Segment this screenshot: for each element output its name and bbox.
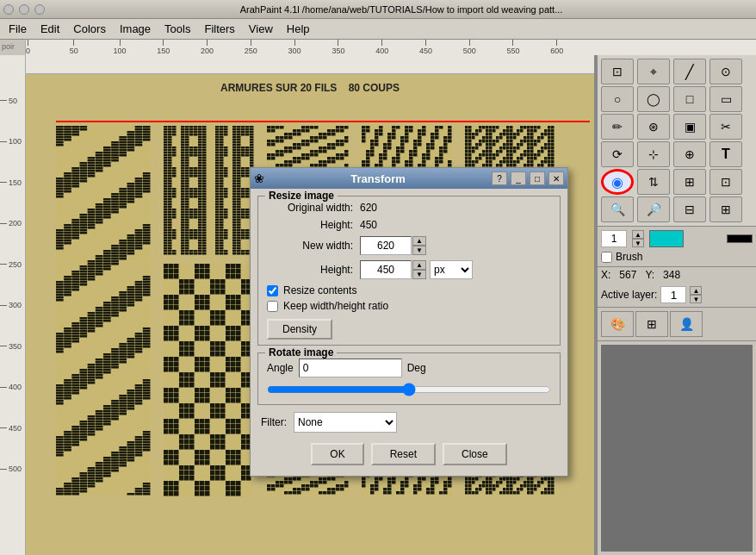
resize-contents-checkbox[interactable] bbox=[267, 285, 278, 296]
tool-pencil[interactable]: ✏ bbox=[601, 114, 634, 140]
close-button[interactable]: Close bbox=[443, 443, 507, 465]
menu-colors[interactable]: Colors bbox=[66, 21, 113, 37]
tool-grid3[interactable]: ⊟ bbox=[673, 196, 706, 222]
menu-help[interactable]: Help bbox=[280, 21, 317, 37]
tool-lasso[interactable]: ⌖ bbox=[637, 59, 670, 84]
layer-paint-btn[interactable]: 🎨 bbox=[601, 311, 634, 337]
menu-tools[interactable]: Tools bbox=[158, 21, 197, 37]
canvas-area: ARMURES SUR 20 FILS 80 COUPS ❀ Transform… bbox=[26, 55, 597, 555]
brush-label[interactable]: Brush bbox=[616, 251, 642, 263]
brush-number-spin: ▲ ▼ bbox=[632, 230, 644, 247]
deg-label: Deg bbox=[407, 362, 426, 374]
tool-line[interactable]: ╱ bbox=[673, 59, 706, 84]
tool-circle[interactable]: ◯ bbox=[637, 86, 670, 112]
resize-contents-label[interactable]: Resize contents bbox=[283, 284, 356, 296]
min-btn-title[interactable] bbox=[19, 4, 29, 15]
original-height-label: Height: bbox=[267, 219, 353, 231]
tool-grid[interactable]: ⊡ bbox=[601, 59, 634, 84]
new-width-spin-up[interactable]: ▲ bbox=[412, 236, 426, 246]
menubar: File Edit Colors Image Tools Filters Vie… bbox=[0, 19, 756, 40]
brush-spin-up[interactable]: ▲ bbox=[632, 230, 644, 239]
transform-dialog: ❀ Transform ? _ □ ✕ Resize image Origina… bbox=[250, 167, 568, 477]
angle-input[interactable] bbox=[299, 359, 402, 377]
layer-user-btn[interactable]: 👤 bbox=[670, 311, 703, 337]
new-width-label: New width: bbox=[267, 240, 353, 252]
dialog-close-btn[interactable]: ✕ bbox=[548, 171, 564, 185]
tool-zoom-in[interactable]: 🔍 bbox=[601, 196, 634, 222]
reset-button[interactable]: Reset bbox=[371, 443, 436, 465]
dialog-minimize-btn[interactable]: _ bbox=[511, 171, 526, 185]
tool-rotate[interactable]: ⟳ bbox=[601, 141, 634, 167]
tool-icons-grid: ⊡ ⌖ ╱ ⊙ ○ ◯ □ ▭ ✏ ⊛ ▣ ✂ ⟳ ⊹ ⊕ T ◉ ⇅ ⊞ ⊡ … bbox=[598, 55, 756, 227]
new-height-spin-up[interactable]: ▲ bbox=[412, 260, 426, 270]
x-label: X: bbox=[601, 269, 610, 281]
layer-tools: 🎨 ⊞ 👤 bbox=[598, 308, 756, 341]
brush-spin-down[interactable]: ▼ bbox=[632, 239, 644, 247]
layer-spin-down[interactable]: ▼ bbox=[690, 295, 702, 303]
brush-checkbox[interactable] bbox=[601, 252, 612, 263]
filter-select[interactable]: None Bilinear Bicubic bbox=[294, 412, 397, 433]
new-width-spin-btns: ▲ ▼ bbox=[412, 236, 426, 255]
tool-color-pick[interactable]: ◉ bbox=[601, 169, 634, 195]
dialog-titlebar[interactable]: ❀ Transform ? _ □ ✕ bbox=[251, 168, 567, 189]
original-height-value: 450 bbox=[360, 219, 377, 231]
tool-ellipse[interactable]: ○ bbox=[601, 86, 634, 112]
tool-move[interactable]: ⊹ bbox=[637, 141, 670, 167]
new-height-spin-down[interactable]: ▼ bbox=[412, 270, 426, 279]
layer-stack-btn[interactable]: ⊞ bbox=[635, 311, 668, 337]
original-height-row: Height: 450 bbox=[267, 219, 551, 231]
unit-select[interactable]: px cm in bbox=[430, 260, 473, 279]
menu-view[interactable]: View bbox=[242, 21, 280, 37]
menu-edit[interactable]: Edit bbox=[34, 21, 66, 37]
image-titlebar bbox=[26, 55, 594, 74]
ok-button[interactable]: OK bbox=[311, 443, 363, 465]
new-height-input[interactable] bbox=[360, 260, 412, 279]
tool-grid2[interactable]: ⊞ bbox=[673, 169, 706, 195]
new-width-input[interactable] bbox=[360, 236, 412, 255]
keep-ratio-checkbox[interactable] bbox=[267, 301, 278, 312]
tool-zoom[interactable]: ⊕ bbox=[673, 141, 706, 167]
x-value: 567 bbox=[619, 269, 636, 281]
max-btn-title[interactable] bbox=[34, 4, 45, 15]
resize-section: Resize image Original width: 620 Height:… bbox=[257, 196, 561, 346]
filter-label: Filter: bbox=[261, 416, 287, 428]
tool-cut[interactable]: ✂ bbox=[710, 114, 742, 140]
dialog-maximize-btn[interactable]: □ bbox=[530, 171, 545, 185]
menu-filters[interactable]: Filters bbox=[197, 21, 241, 37]
new-width-spinner: ▲ ▼ bbox=[360, 236, 426, 255]
titlebar: ArahPaint 4.1l /home/ana/web/TUTORIALS/H… bbox=[0, 0, 756, 19]
brush-row: ▲ ▼ bbox=[601, 230, 753, 247]
dialog-title: Transform bbox=[268, 172, 488, 185]
ruler-horizontal: 050100150200250300350400450500550600 bbox=[26, 40, 756, 55]
new-height-spinner: ▲ ▼ bbox=[360, 260, 426, 279]
close-btn-title[interactable] bbox=[3, 4, 14, 15]
active-layer-row: Active layer: ▲ ▼ bbox=[598, 283, 756, 308]
tool-text[interactable]: T bbox=[710, 141, 742, 167]
tool-stamp[interactable]: ⊛ bbox=[637, 114, 670, 140]
layer-input[interactable] bbox=[660, 286, 686, 303]
new-height-spin-btns: ▲ ▼ bbox=[412, 260, 426, 279]
brush-number-input[interactable] bbox=[601, 230, 627, 247]
rotate-section-label: Rotate image bbox=[265, 346, 337, 359]
keep-ratio-label[interactable]: Keep width/height ratio bbox=[283, 300, 388, 312]
new-width-spin-down[interactable]: ▼ bbox=[412, 246, 426, 255]
keep-ratio-row: Keep width/height ratio bbox=[267, 300, 551, 312]
angle-slider[interactable] bbox=[267, 383, 551, 396]
tool-pattern[interactable]: ⊡ bbox=[710, 169, 742, 195]
layer-spin-up[interactable]: ▲ bbox=[690, 286, 702, 295]
tool-fill[interactable]: ▣ bbox=[673, 114, 706, 140]
tool-wand[interactable]: ⊙ bbox=[710, 59, 742, 84]
menu-image[interactable]: Image bbox=[113, 21, 158, 37]
y-value: 348 bbox=[663, 269, 680, 281]
menu-file[interactable]: File bbox=[2, 21, 34, 37]
dialog-help-btn[interactable]: ? bbox=[492, 171, 507, 185]
resize-contents-row: Resize contents bbox=[267, 284, 551, 296]
density-button[interactable]: Density bbox=[267, 319, 332, 340]
tool-flip[interactable]: ⇅ bbox=[637, 169, 670, 195]
tool-zoom-out[interactable]: 🔎 bbox=[637, 196, 670, 222]
tool-rect2[interactable]: ▭ bbox=[710, 86, 742, 112]
color-swatch[interactable] bbox=[649, 230, 684, 247]
angle-label: Angle bbox=[267, 362, 294, 374]
tool-grid4[interactable]: ⊞ bbox=[710, 196, 742, 222]
tool-rect[interactable]: □ bbox=[673, 86, 706, 112]
